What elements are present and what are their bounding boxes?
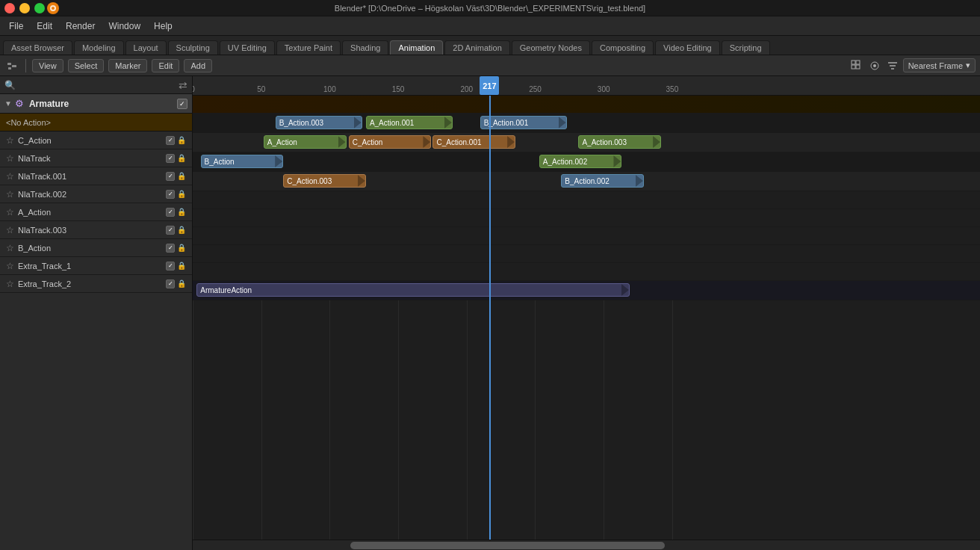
strip-c-action-001[interactable]: C_Action.001 [432,135,515,149]
menu-file[interactable]: File [3,19,29,33]
tab-sculpting[interactable]: Sculpting [168,40,218,55]
track-row-c-action[interactable]: ☆ C_Action 🔒 [0,132,192,149]
track-row-extra2[interactable]: ☆ Extra_Track_2 🔒 [0,275,192,293]
lock-icon-extra1[interactable]: 🔒 [177,262,186,270]
track-row-a-action[interactable]: ☆ A_Action 🔒 [0,203,192,221]
no-action-row: <No Action> [0,114,192,132]
svg-rect-6 [852,61,855,64]
track-checkbox-extra1[interactable] [166,262,175,271]
track-name-a-action: A_Action [18,208,166,217]
tracks-area[interactable]: B_Action.003 A_Action.001 B_Action.001 A… [193,96,980,540]
search-input[interactable] [19,81,176,90]
strip-a-action-003[interactable]: A_Action.003 [578,135,661,149]
menu-edit[interactable]: Edit [31,19,58,33]
menu-help[interactable]: Help [148,19,179,33]
select-menu[interactable]: Select [68,59,105,72]
snap-dropdown[interactable]: Nearest Frame ▾ [903,58,976,72]
track-row-nla001[interactable]: ☆ NlaTrack.001 🔒 [0,167,192,185]
snap-to-icon[interactable] [867,58,882,73]
editor-type-icon[interactable] [4,58,19,73]
track-row-nla003[interactable]: ☆ NlaTrack.003 🔒 [0,221,192,239]
tab-geometry-nodes[interactable]: Geometry Nodes [512,40,590,55]
view-menu[interactable]: View [32,59,63,72]
marker-menu[interactable]: Marker [108,59,147,72]
strip-a-action-002[interactable]: A_Action.002 [539,155,622,168]
strip-a-action-001[interactable]: A_Action.001 [366,116,453,129]
filter-icon[interactable] [885,58,900,73]
workspace-tabs: Asset Browser Modeling Layout Sculpting … [0,36,980,55]
add-menu[interactable]: Add [184,59,212,72]
strip-a-action[interactable]: A_Action [264,135,347,149]
track-checkbox-nla003[interactable] [166,226,175,235]
h-scrollbar[interactable] [193,540,980,550]
tab-shading[interactable]: Shading [342,40,388,55]
strip-b-action-002[interactable]: B_Action.002 [561,174,644,188]
track-checkbox-a-action[interactable] [166,208,175,217]
svg-rect-9 [856,65,860,69]
strip-b-action-003[interactable]: B_Action.003 [276,116,362,129]
menu-window[interactable]: Window [102,19,146,33]
track-checkbox-c-action[interactable] [166,136,175,145]
tab-uv-editing[interactable]: UV Editing [220,40,275,55]
edit-menu[interactable]: Edit [152,59,179,72]
lock-icon-c-action[interactable]: 🔒 [177,136,186,144]
timeline-ruler[interactable]: 0 50 100 150 200 250 300 350 217 [193,76,980,96]
track-row-nla002[interactable]: ☆ NlaTrack.002 🔒 [0,185,192,203]
lock-icon-a-action[interactable]: 🔒 [177,208,186,216]
armature-checkbox[interactable] [177,99,187,109]
close-button[interactable] [4,3,15,13]
tab-scripting[interactable]: Scripting [722,40,770,55]
armature-toggle[interactable]: ▼ [4,99,12,108]
strip-b-action-001[interactable]: B_Action.001 [480,116,567,129]
lock-icon-nla003[interactable]: 🔒 [177,226,186,234]
star-icon-a-action[interactable]: ☆ [6,207,14,217]
svg-rect-4 [12,65,16,67]
minimize-button[interactable] [19,3,30,13]
strip-c-action-003[interactable]: C_Action.003 [283,174,366,188]
tab-2d-animation[interactable]: 2D Animation [444,40,509,55]
track-checkbox-b-action[interactable] [166,244,175,253]
star-icon-nla001[interactable]: ☆ [6,171,14,182]
tab-video-editing[interactable]: Video Editing [655,40,720,55]
track-name-extra2: Extra_Track_2 [18,279,166,288]
bidirectional-icon: ⇄ [179,79,187,91]
strip-b-action[interactable]: B_Action [201,155,284,168]
star-icon-nla003[interactable]: ☆ [6,225,14,235]
strip-c-action[interactable]: C_Action [349,135,432,149]
track-row-nla[interactable]: ☆ NlaTrack 🔒 [0,149,192,167]
star-icon-b-action[interactable]: ☆ [6,243,14,253]
star-icon-extra2[interactable]: ☆ [6,279,14,289]
tab-texture-paint[interactable]: Texture Paint [276,40,341,55]
current-frame-indicator[interactable]: 217 [480,76,499,95]
star-icon-nla002[interactable]: ☆ [6,189,14,200]
track-row-extra1[interactable]: ☆ Extra_Track_1 🔒 [0,257,192,275]
track-checkbox-nla001[interactable] [166,172,175,181]
track-checkbox-nla002[interactable] [166,190,175,199]
star-icon-extra1[interactable]: ☆ [6,261,14,271]
star-icon-nla[interactable]: ☆ [6,153,14,164]
strip-armature-action[interactable]: ArmatureAction [196,283,630,297]
track-row-b-action[interactable]: ☆ B_Action 🔒 [0,239,192,257]
star-icon-c-action[interactable]: ☆ [6,135,14,146]
tab-asset-browser[interactable]: Asset Browser [3,40,72,55]
lock-icon-nla002[interactable]: 🔒 [177,190,186,198]
tab-animation[interactable]: Animation [390,40,443,55]
armature-name: Armature [29,99,69,109]
h-scrollbar-thumb[interactable] [350,542,666,549]
menu-render[interactable]: Render [60,19,101,33]
maximize-button[interactable] [34,3,45,13]
lock-icon-b-action[interactable]: 🔒 [177,244,186,252]
ruler-mark-350: 350 [666,85,679,93]
track-checkbox-nla[interactable] [166,154,175,163]
tab-compositing[interactable]: Compositing [592,40,654,55]
track-name-extra1: Extra_Track_1 [18,262,166,271]
snap-grid-icon[interactable] [849,58,864,73]
lock-icon-nla001[interactable]: 🔒 [177,172,186,180]
track-checkbox-extra2[interactable] [166,279,175,288]
tab-layout[interactable]: Layout [125,40,167,55]
no-action-label: <No Action> [6,118,51,127]
lock-icon-extra2[interactable]: 🔒 [177,279,186,288]
tab-modeling[interactable]: Modeling [74,40,124,55]
lock-icon-nla[interactable]: 🔒 [177,154,186,162]
chevron-down-icon: ▾ [966,61,970,70]
